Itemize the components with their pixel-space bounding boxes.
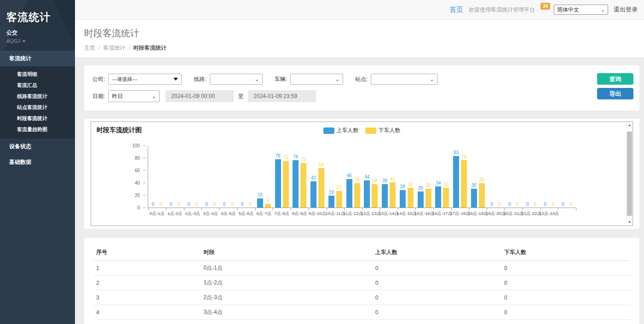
sidebar-subitem[interactable]: 客流明细 [0,69,75,80]
legend-swatch [365,127,376,134]
bar [265,204,271,208]
bar-value-label: 0 [213,202,216,207]
sidebar-subitem[interactable]: 站点客流统计 [0,102,75,113]
bar [461,160,467,208]
x-axis-label: 18点-19点 [468,211,488,217]
y-axis-label: 60 [121,168,140,173]
scroll-up-icon[interactable]: ▲ [627,122,632,128]
x-axis-tick [237,208,238,210]
bar [408,188,414,208]
bar-value-label: 15 [258,192,263,197]
x-axis-tick [344,208,345,210]
bar-value-label: 76 [461,154,466,159]
filter-station: 站点: ⌄ [355,74,437,85]
bar [354,183,360,208]
sidebar-item-passenger-stats[interactable]: 客流统计 [0,51,75,66]
table-row: 32点-3点00 [93,290,630,305]
content: 公司: ---请选择--- 线路: ⌄ 车辆 [75,58,644,324]
station-label: 站点: [355,75,368,83]
chart-scrollbar[interactable]: ▲ ▼ [626,122,632,226]
bar [346,179,352,208]
breadcrumb-item[interactable]: 主页 [84,45,95,51]
table-cell: 1 [93,261,201,276]
bar-value-label: 0 [196,202,198,207]
bar-group: 005点-6点 [237,146,255,208]
app-logo: 客流统计 [6,10,69,24]
legend-item[interactable]: 下车人数 [365,127,401,134]
table-cell: 0 [501,276,630,290]
scroll-down-icon[interactable]: ▼ [627,219,632,226]
table-body: 10点-1点0021点-2点0032点-3点0043点-4点0054点-5点00… [93,261,630,324]
station-select[interactable]: ⌄ [371,74,437,85]
bar [443,188,449,208]
data-table: 序号时段上车人数下车人数 10点-1点0021点-2点0032点-3点0043点… [93,244,630,324]
bar-value-label: 0 [490,202,493,207]
x-axis-tick [415,208,416,210]
table-row: 43点-4点00 [93,305,630,320]
company-select[interactable]: ---请选择--- [108,74,182,85]
logout-link[interactable]: 退出登录 [614,6,638,14]
main-area: 首页 欢迎使用客流统计管理平台 34 简体中文 ⌄ 退出登录 时段客流统计 主页… [75,0,644,324]
y-axis-label: 0 [121,205,140,210]
bar-group: 0019点-20点 [487,146,505,208]
bar-value-label: 38 [372,178,377,183]
date-preset-select[interactable]: 昨日 ⌄ [108,90,160,102]
bar-value-label: 0 [205,202,208,207]
bar-group: 000点-1点 [148,146,166,208]
filter-line: 线路: ⌄ [194,74,262,85]
home-link[interactable]: 首页 [449,6,463,14]
export-button[interactable]: 导出 [597,88,633,99]
sidebar-item-base-data[interactable]: 基础数据 [0,154,75,170]
y-axis-label: 20 [121,193,140,198]
chevron-down-icon: ⌄ [430,77,434,82]
date-to-input[interactable]: 2024-01-09 23:59 [248,90,316,102]
breadcrumb-item[interactable]: 客流统计 [103,45,125,51]
scrollbar-thumb[interactable] [627,132,632,216]
y-axis-tick [143,208,145,208]
sidebar-subitem[interactable]: 客流量趋势图 [0,124,75,135]
x-axis-tick [487,208,487,210]
chevron-down-icon: ⌄ [152,94,156,99]
page-header: 时段客流统计 主页/客流统计/时段客流统计 [75,20,644,58]
x-axis-label: 0点-1点 [150,211,165,217]
bar-group: 003点-4点 [201,146,219,208]
bar-value-label: 0 [534,202,537,207]
bar [400,190,406,208]
vehicle-select[interactable]: ⌄ [290,74,343,85]
x-axis-label: 8点-9点 [292,211,307,217]
language-select[interactable]: 简体中文 ⌄ [554,5,608,15]
y-axis-tick [143,145,145,146]
table-cell: 2点-3点 [201,290,372,305]
org-code-label: AQGJ [6,38,20,44]
sidebar: 客流统计 公交 AQGJ 客流统计 客流明细客流汇总线路客流统计站点客流统计时段… [0,0,75,324]
bar-value-label: 34 [436,180,441,185]
sidebar-subitem[interactable]: 线路客流统计 [0,91,75,102]
line-select[interactable]: ⌄ [210,74,263,85]
bar-value-label: 78 [276,153,281,158]
x-axis-tick [540,208,541,210]
bar-group: 263015点-16点 [415,146,433,208]
x-axis-tick [505,208,505,210]
x-axis-tick [255,208,256,210]
bar-value-label: 39 [355,177,360,182]
bar-value-label: 32 [408,182,413,187]
chevron-down-icon: ⌄ [335,77,339,82]
sidebar-item-device-status[interactable]: 设备状态 [0,139,75,154]
column-header: 时段 [201,244,372,261]
x-axis-tick [362,208,362,210]
bar [275,159,281,208]
x-axis-label: 6点-7点 [257,211,272,217]
sidebar-subitem[interactable]: 客流汇总 [0,80,75,91]
table-cell: 0 [501,290,630,305]
sidebar-subitem[interactable]: 时段客流统计 [0,113,75,124]
chart-legend: 上车人数下车人数 [323,127,401,134]
x-axis-label: 11点-12点 [343,211,363,217]
legend-item[interactable]: 上车人数 [323,127,359,134]
x-axis-tick [309,208,309,210]
bar-group: 343216点-17点 [433,146,451,208]
query-button[interactable]: 查询 [597,73,633,85]
x-axis-tick [201,208,202,210]
notification-badge[interactable]: 34 [540,3,550,10]
org-code-dropdown[interactable]: AQGJ [6,38,69,44]
date-from-input[interactable]: 2024-01-09 00:00 [166,90,234,102]
